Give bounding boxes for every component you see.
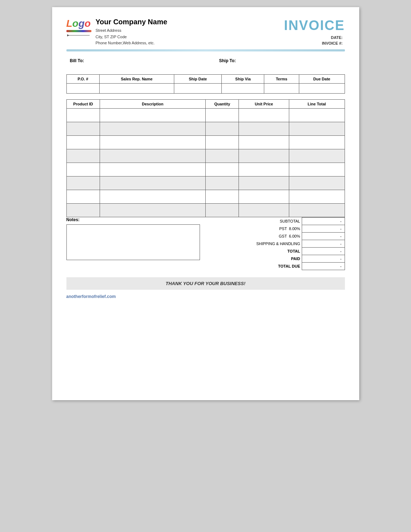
total-value: - — [302, 247, 345, 255]
items-cell — [289, 135, 345, 149]
ship-via-header: Ship Via — [222, 74, 264, 83]
items-cell — [289, 149, 345, 163]
sales-rep-cell — [99, 83, 174, 93]
total-label: TOTAL — [211, 247, 302, 255]
address-line2: City, ST ZIP Code — [96, 34, 167, 40]
pst-label-cell: PST 8.00% — [211, 225, 302, 232]
items-cell — [100, 149, 205, 163]
terms-header: Terms — [264, 74, 299, 83]
pst-row: PST 8.00% - — [211, 225, 345, 232]
logo-underline — [66, 30, 91, 32]
date-row: DATE: — [284, 35, 345, 40]
items-cell — [66, 135, 100, 149]
ship-date-header: Ship Date — [174, 74, 222, 83]
items-cell — [100, 176, 205, 190]
items-cell — [66, 149, 100, 163]
paid-label: PAID — [211, 255, 302, 262]
invoice-num-row: INVOICE #: — [284, 41, 345, 45]
gst-row: GST 6.00% - — [211, 232, 345, 240]
invoice-meta: DATE: INVOICE #: — [284, 35, 345, 45]
ship-date-cell — [174, 83, 222, 93]
items-row — [66, 149, 345, 163]
items-cell — [239, 122, 289, 135]
paid-value: - — [302, 255, 345, 262]
total-due-value: - — [302, 262, 345, 270]
logo-char-o2: o — [85, 18, 91, 29]
items-cell — [205, 108, 239, 122]
po-num-header: P.O. # — [66, 74, 99, 83]
items-cell — [205, 122, 239, 135]
paid-row: PAID - — [211, 255, 345, 262]
bill-to-block: Bill To: — [70, 57, 192, 64]
company-section: Logo Your Company Name Street Address Ci… — [66, 18, 167, 46]
items-cell — [239, 149, 289, 163]
items-cell — [289, 163, 345, 176]
totals-table: SUBTOTAL - PST 8.00% - GST 6.00% - — [211, 217, 345, 270]
shipping-value: - — [302, 240, 345, 247]
po-data-row — [66, 83, 345, 93]
items-cell — [100, 122, 205, 135]
gst-rate: 6.00% — [289, 234, 300, 238]
items-cell — [205, 176, 239, 190]
bottom-section: Notes: SUBTOTAL - PST 8.00% - — [66, 217, 345, 270]
items-table: Product ID Description Quantity Unit Pri… — [66, 99, 345, 217]
logo-char-g: g — [79, 18, 85, 29]
pst-label: PST — [279, 227, 287, 231]
items-cell — [289, 190, 345, 203]
po-header-row: P.O. # Sales Rep. Name Ship Date Ship Vi… — [66, 74, 345, 83]
pst-value: - — [302, 225, 345, 232]
items-row — [66, 190, 345, 203]
items-cell — [205, 190, 239, 203]
gst-value: - — [302, 232, 345, 240]
address-line1: Street Address — [96, 28, 167, 34]
line-total-header: Line Total — [289, 99, 345, 108]
items-row — [66, 135, 345, 149]
address-line3: Phone Number,Web Address, etc. — [96, 40, 167, 46]
notes-section: Notes: — [66, 217, 200, 260]
items-row — [66, 203, 345, 217]
items-cell — [66, 190, 100, 203]
items-cell — [100, 135, 205, 149]
items-cell — [66, 163, 100, 176]
total-due-row: TOTAL DUE - — [211, 262, 345, 270]
items-cell — [66, 203, 100, 217]
items-cell — [289, 203, 345, 217]
invoice-num-label: INVOICE #: — [322, 41, 342, 45]
invoice-page: Logo Your Company Name Street Address Ci… — [52, 7, 359, 400]
subtotal-label: SUBTOTAL — [211, 217, 302, 225]
total-due-label: TOTAL DUE — [211, 262, 302, 270]
logo-text: Logo — [66, 18, 91, 29]
items-cell — [100, 108, 205, 122]
sales-rep-header: Sales Rep. Name — [99, 74, 174, 83]
items-cell — [289, 122, 345, 135]
shipping-row: SHIPPING & HANDLING - — [211, 240, 345, 247]
items-cell — [239, 108, 289, 122]
company-details: Street Address City, ST ZIP Code Phone N… — [96, 28, 167, 46]
items-cell — [66, 122, 100, 135]
items-header-row: Product ID Description Quantity Unit Pri… — [66, 99, 345, 108]
items-cell — [239, 176, 289, 190]
items-cell — [205, 135, 239, 149]
logo-decoration — [66, 33, 91, 38]
footer-url: anotherformofrelief.com — [66, 294, 345, 299]
items-cell — [66, 108, 100, 122]
company-name: Your Company Name — [96, 18, 167, 26]
shipping-label: SHIPPING & HANDLING — [211, 240, 302, 247]
items-row — [66, 176, 345, 190]
svg-marker-1 — [67, 34, 69, 36]
logo-char-l: L — [66, 18, 72, 29]
invoice-title: INVOICE — [284, 18, 345, 33]
items-cell — [239, 190, 289, 203]
totals-section: SUBTOTAL - PST 8.00% - GST 6.00% - — [211, 217, 345, 270]
notes-box[interactable] — [66, 224, 200, 260]
pst-rate: 8.00% — [289, 227, 300, 231]
items-cell — [205, 163, 239, 176]
due-date-header: Due Date — [299, 74, 345, 83]
header-divider — [66, 49, 345, 51]
items-cell — [205, 149, 239, 163]
subtotal-value: - — [302, 217, 345, 225]
items-row — [66, 108, 345, 122]
total-row: TOTAL - — [211, 247, 345, 255]
logo-char-o1: o — [72, 18, 79, 29]
ship-via-cell — [222, 83, 264, 93]
